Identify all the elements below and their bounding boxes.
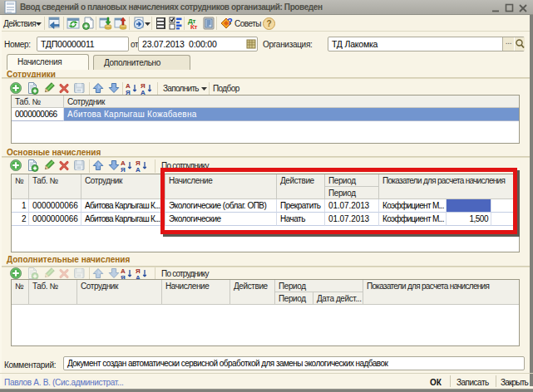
svg-text:Кт: Кт — [190, 23, 198, 30]
svg-text:?: ? — [227, 17, 233, 27]
svg-text:?: ? — [267, 19, 272, 28]
